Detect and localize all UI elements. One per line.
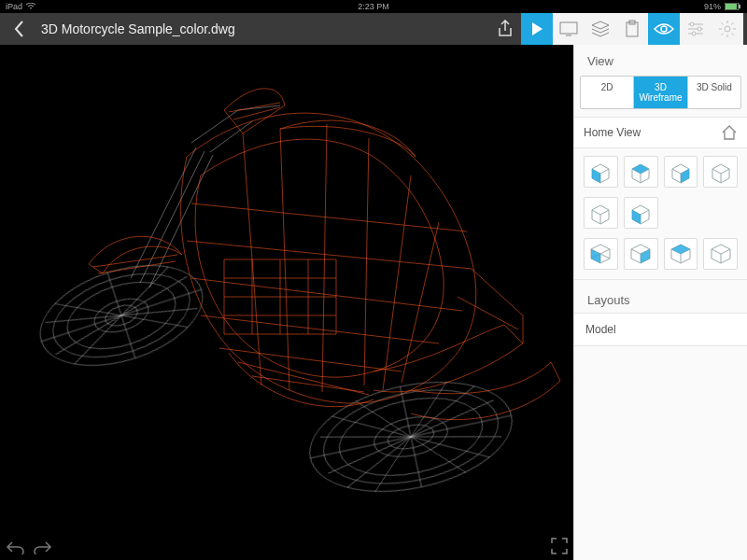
view-cubes-row-2 <box>574 197 747 238</box>
settings-gear-button[interactable] <box>712 13 743 45</box>
cube-left[interactable] <box>584 197 618 229</box>
fullscreen-button[interactable] <box>551 538 568 554</box>
view-iso-row <box>574 238 747 279</box>
svg-rect-2 <box>739 5 740 8</box>
wireframe-render <box>0 45 573 560</box>
app-header: 3D Motorcycle Sample_color.dwg <box>0 13 747 45</box>
view-panel-button[interactable] <box>648 13 680 45</box>
layouts-title: Layouts <box>574 279 747 313</box>
device-label: iPad <box>6 2 22 11</box>
view-mode-segmented: 2D 3D Wireframe 3D Solid <box>580 76 741 109</box>
viewport-bottom-left <box>6 539 52 554</box>
undo-button[interactable] <box>6 539 24 554</box>
svg-point-7 <box>690 22 694 26</box>
play-button[interactable] <box>521 13 553 45</box>
svg-point-10 <box>725 26 730 32</box>
battery-icon <box>725 3 741 10</box>
svg-point-6 <box>661 26 667 32</box>
wifi-icon <box>26 3 35 10</box>
view-mode-2d[interactable]: 2D <box>581 77 633 108</box>
iso-ne[interactable] <box>664 238 698 270</box>
cube-back[interactable] <box>703 156 738 188</box>
iso-sw[interactable] <box>584 238 618 270</box>
settings-adjust-button[interactable] <box>680 13 712 45</box>
svg-point-9 <box>692 32 696 35</box>
home-icon <box>721 125 738 140</box>
cube-front[interactable] <box>584 156 618 188</box>
cube-bottom[interactable] <box>624 197 658 229</box>
ios-status-bar: iPad 2:23 PM 91% <box>0 0 747 13</box>
layout-item-model[interactable]: Model <box>574 313 747 346</box>
tool-strip <box>553 13 743 45</box>
cube-top[interactable] <box>624 156 658 188</box>
clock: 2:23 PM <box>358 2 389 11</box>
iso-se[interactable] <box>624 238 658 270</box>
battery-pct: 91% <box>704 2 721 11</box>
cube-right[interactable] <box>664 156 698 188</box>
back-button[interactable] <box>4 13 35 45</box>
3d-viewport[interactable] <box>0 45 573 560</box>
clipboard-button[interactable] <box>616 13 648 45</box>
layers-button[interactable] <box>585 13 616 45</box>
view-cubes-row-1 <box>574 156 747 197</box>
svg-rect-3 <box>560 22 577 34</box>
redo-button[interactable] <box>34 539 52 554</box>
view-sidebar: View 2D 3D Wireframe 3D Solid Home View <box>573 45 747 560</box>
view-mode-3d-wireframe[interactable]: 3D Wireframe <box>633 77 686 108</box>
svg-point-8 <box>698 27 701 31</box>
view-title: View <box>574 45 747 76</box>
share-button[interactable] <box>489 13 521 45</box>
view-mode-3d-solid[interactable]: 3D Solid <box>687 77 740 108</box>
main-area: View 2D 3D Wireframe 3D Solid Home View <box>0 45 747 560</box>
home-view-label: Home View <box>584 126 641 139</box>
file-title: 3D Motorcycle Sample_color.dwg <box>41 21 235 36</box>
svg-rect-1 <box>726 4 737 9</box>
screen-tool-button[interactable] <box>553 13 585 45</box>
iso-nw[interactable] <box>703 238 738 270</box>
home-view-row[interactable]: Home View <box>574 117 747 148</box>
